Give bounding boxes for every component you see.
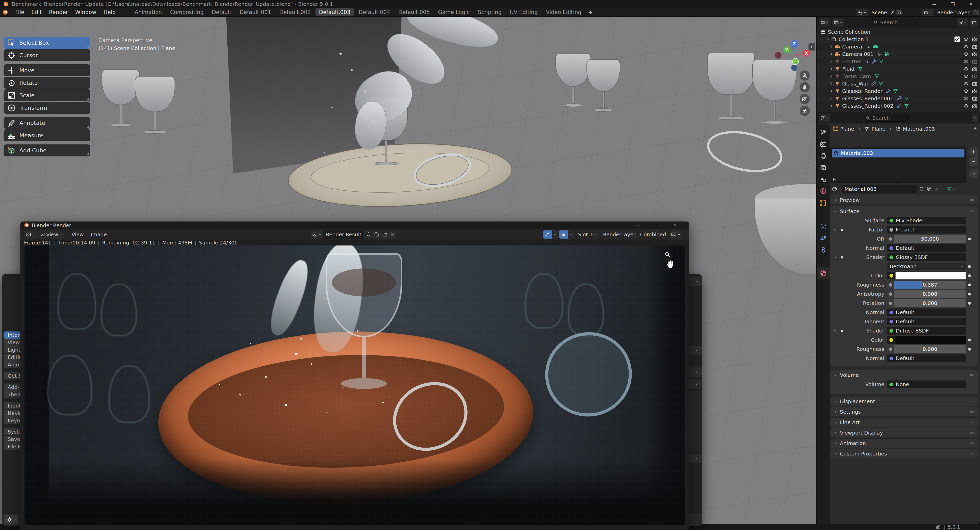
value-slider[interactable]: 50.000 xyxy=(887,235,966,243)
slot-specials-button[interactable] xyxy=(969,169,978,178)
hide-icon[interactable] xyxy=(963,59,969,64)
camera-view-button[interactable] xyxy=(800,94,810,104)
collection-checkbox[interactable] xyxy=(955,37,960,42)
hide-icon[interactable] xyxy=(963,73,969,79)
object-row[interactable]: Glasses_Render.001 xyxy=(817,95,980,102)
menu-item[interactable]: Image xyxy=(87,231,110,237)
workspace-tab[interactable]: UV Editing xyxy=(506,8,542,16)
workspace-tab[interactable]: Video Editing xyxy=(542,8,585,16)
color-swatch[interactable] xyxy=(896,336,966,344)
hide-icon[interactable] xyxy=(963,44,969,49)
properties-tab[interactable] xyxy=(817,267,830,279)
expand-icon[interactable] xyxy=(824,37,831,42)
gizmo-z-ball[interactable]: Z xyxy=(791,40,798,48)
shader-link-field[interactable]: Default xyxy=(887,244,966,252)
object-row[interactable]: Camera xyxy=(817,43,980,50)
properties-tab[interactable] xyxy=(817,127,830,138)
slot-dropdown[interactable]: Slot 1 xyxy=(576,231,599,239)
properties-search-input[interactable]: Search xyxy=(863,114,909,122)
overlay-toggle-button[interactable] xyxy=(559,231,574,239)
object-row[interactable]: Focus_Cam xyxy=(817,72,980,80)
list-expand-icon[interactable] xyxy=(833,178,836,181)
object-row[interactable]: Glasses_Render.002 xyxy=(817,102,980,110)
render-visibility-icon[interactable] xyxy=(972,44,977,49)
shader-link-field[interactable]: Mix Shader xyxy=(887,216,966,224)
grip-icon[interactable] xyxy=(969,399,975,404)
view-mode-button[interactable]: View xyxy=(39,231,64,239)
pin-icon[interactable] xyxy=(890,10,895,15)
image-display-button[interactable] xyxy=(670,231,682,239)
grip-icon[interactable] xyxy=(969,430,975,436)
color-swatch[interactable] xyxy=(896,272,966,279)
copy-icon[interactable] xyxy=(897,10,901,15)
object-row[interactable]: Emitter xyxy=(817,58,980,65)
workspace-tab[interactable]: Default xyxy=(208,8,235,16)
gizmo-toggle-button[interactable] xyxy=(543,231,558,239)
breadcrumb-data[interactable]: Plane xyxy=(872,126,886,132)
expand-icon[interactable] xyxy=(828,96,835,101)
value-slider[interactable]: 0.000 xyxy=(887,345,966,353)
collapsed-panel[interactable]: Animation xyxy=(830,438,978,448)
collection-row[interactable]: Collection 1 xyxy=(817,35,980,43)
hide-icon[interactable] xyxy=(963,103,969,109)
remove-slot-button[interactable] xyxy=(969,157,978,166)
close-button[interactable]: ✕ xyxy=(968,2,974,6)
object-row[interactable]: Fluid xyxy=(817,65,980,72)
grip-icon[interactable] xyxy=(969,197,975,203)
close-button[interactable]: ✕ xyxy=(672,223,678,228)
material-name-field[interactable]: Material.003 xyxy=(842,185,918,193)
grip-icon[interactable] xyxy=(895,175,901,180)
add-workspace-button[interactable]: + xyxy=(585,9,596,16)
options-button[interactable] xyxy=(972,114,978,122)
pan-button[interactable] xyxy=(800,82,810,92)
expand-icon[interactable] xyxy=(828,44,835,49)
value-slider[interactable]: 0.000 xyxy=(887,290,966,298)
tool-button[interactable]: Select Box xyxy=(3,37,90,49)
expand-icon[interactable] xyxy=(828,81,835,86)
properties-tab[interactable] xyxy=(817,185,830,197)
grip-icon[interactable] xyxy=(969,420,975,425)
menu-item[interactable]: View xyxy=(68,231,87,237)
workspace-tab[interactable]: Default.003 xyxy=(315,8,354,16)
minimize-button[interactable]: — xyxy=(635,223,641,228)
collapsed-panel[interactable]: Settings xyxy=(830,407,978,417)
grip-icon[interactable] xyxy=(969,372,975,378)
hide-icon[interactable] xyxy=(963,37,969,42)
properties-tab[interactable] xyxy=(817,244,830,256)
properties-tab[interactable] xyxy=(817,256,830,267)
hide-icon[interactable] xyxy=(963,66,969,72)
tool-button[interactable]: Measure xyxy=(3,129,90,142)
editor-type-button[interactable] xyxy=(24,231,37,239)
properties-tab[interactable] xyxy=(817,197,830,209)
unlink-icon[interactable] xyxy=(934,187,939,191)
render-visibility-icon[interactable] xyxy=(972,59,977,64)
expand-icon[interactable] xyxy=(828,73,835,79)
render-visibility-icon[interactable] xyxy=(972,96,977,101)
dropdown-field[interactable]: Beckmann xyxy=(887,263,966,270)
editor-type-button[interactable] xyxy=(819,18,830,27)
shader-link-field[interactable]: None xyxy=(887,380,966,388)
color-field[interactable] xyxy=(887,272,966,279)
hide-icon[interactable] xyxy=(963,51,969,57)
expand-icon[interactable] xyxy=(828,103,835,109)
value-slider[interactable]: 0.387 xyxy=(887,281,966,289)
tool-button[interactable]: Annotate xyxy=(3,117,90,129)
menu-item[interactable]: Help xyxy=(100,8,119,16)
tool-button[interactable]: Scale xyxy=(3,89,90,101)
workspace-tab[interactable]: Compositing xyxy=(166,8,207,16)
shader-link-field[interactable]: Fresnel xyxy=(887,226,966,234)
expand-icon[interactable] xyxy=(828,88,835,94)
shader-link-field[interactable]: Default xyxy=(887,318,966,325)
render-window-titlebar[interactable]: Blender Render xyxy=(21,221,689,229)
collapsed-panel[interactable]: Custom Properties xyxy=(830,449,978,458)
hide-icon[interactable] xyxy=(963,96,969,101)
gizmo-y-ball[interactable]: Y xyxy=(783,46,790,53)
properties-tab[interactable] xyxy=(817,232,830,244)
workspace-tab[interactable]: Default.004 xyxy=(355,8,394,16)
folder-icon[interactable] xyxy=(382,232,387,237)
render-visibility-icon[interactable] xyxy=(972,88,977,94)
hide-icon[interactable] xyxy=(963,88,969,94)
tool-button[interactable]: Cursor xyxy=(3,49,90,61)
filter-button[interactable] xyxy=(957,18,968,27)
render-result-image[interactable] xyxy=(24,245,685,525)
